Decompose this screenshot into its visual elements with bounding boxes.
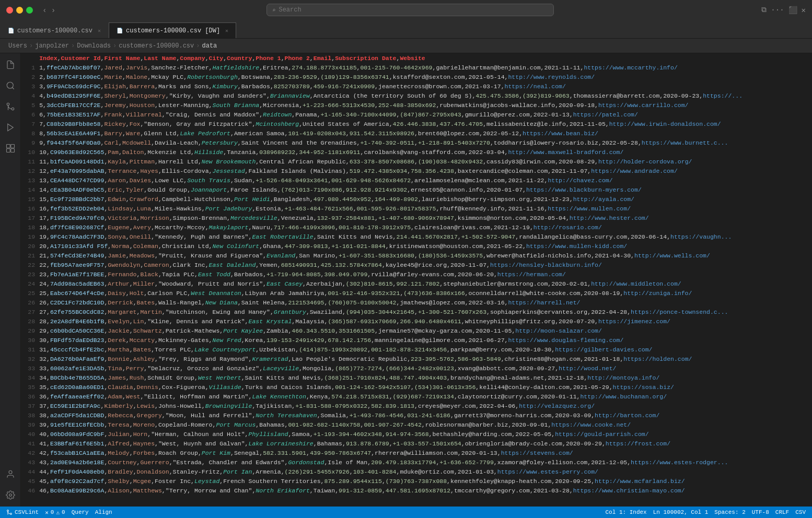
table-row: 4343,2ad0E94a2b6e18E,Courtney,Guerrero,"… <box>21 457 812 467</box>
line-number: 19 <box>21 232 39 241</box>
table-row: 3939,91e5fEE1C8fECbb,Teresa,Moreno,Copel… <box>21 420 812 429</box>
table-row: 99,f9443f5f6AF0Da0,Carl,Mcdowell,Davila-… <box>21 138 812 147</box>
line-number: 39 <box>21 420 39 429</box>
svg-rect-8 <box>10 149 14 152</box>
title-bar: ‹ › ⌕ ⧉ ··· ⬛ ✕ <box>0 0 812 20</box>
status-line-info[interactable]: Ln 100002, Col 1 <box>653 509 709 515</box>
breadcrumb-users[interactable]: Users <box>8 42 27 50</box>
row-data: 31,45cccfCb4FfE2bc,Martha,Bates,Torres P… <box>39 345 812 354</box>
status-branch[interactable]: CSVLint <box>6 509 39 515</box>
row-data: 13,CEA448DC747CD99,Aaron,Davies,Lowe LLC… <box>39 175 812 185</box>
csv-view[interactable]: Index,Customer Id,First Name,Last Name,C… <box>21 53 812 507</box>
table-row: 77,C88b29B8Fbb8e58,Rickey,Fox,"Benson, G… <box>21 119 812 128</box>
table-row: 1313,CEA448DC747CD99,Aaron,Davies,Lowe L… <box>21 175 812 185</box>
line-number: 46 <box>21 486 39 495</box>
tab-1-close[interactable]: ✕ <box>98 28 101 34</box>
status-position[interactable]: Col 1: Index <box>606 509 647 515</box>
line-number: 29 <box>21 326 39 335</box>
breadcrumb-sep-1: › <box>29 42 33 50</box>
table-row: 3434,B0Cbb4e7B655D5A,James,Rush,Schmidt … <box>21 373 812 382</box>
table-row: 4545,af0f8c92C2ad7cf,Shelby,Mcgee,Foster… <box>21 476 812 486</box>
table-row: 11,ffeCAb7AbcB0f07,Jared,Jarvis,Sanchez-… <box>21 63 812 72</box>
breadcrumb-filename[interactable]: customers-100000.csv <box>119 42 194 50</box>
sidebar-icon-debug[interactable] <box>3 120 18 135</box>
tab-1[interactable]: 📄 customers-100000.csv ✕ <box>0 22 109 38</box>
svg-point-2 <box>11 108 14 110</box>
row-data: 29,c6b0bdCA50CC36E,Jackie,Schwartz,Patri… <box>39 326 812 335</box>
line-number: 8 <box>21 128 39 138</box>
line-number: 14 <box>21 185 39 194</box>
status-encoding[interactable]: UTF-8 <box>752 509 769 515</box>
extensions-button[interactable]: ⧉ <box>761 6 767 14</box>
table-row: 3131,45cccfCb4FfE2bc,Martha,Bates,Torres… <box>21 345 812 354</box>
line-number: 9 <box>21 138 39 147</box>
line-number: 33 <box>21 363 39 373</box>
svg-point-9 <box>9 470 12 474</box>
sidebar-icon-account[interactable] <box>3 467 18 481</box>
row-data: 41,E3BBfaF61f6E5b1,Alfred,Haynes,"West, … <box>39 439 812 448</box>
table-row: 4646,Bc08AaE99B29c6A,Alison,Matthews,"Te… <box>21 486 812 495</box>
row-data: 10,C99b63E8d92C565,Pam,Dalton,Mckenzie L… <box>39 147 812 157</box>
svg-rect-6 <box>10 145 14 148</box>
svg-rect-5 <box>6 145 10 148</box>
table-row: Index,Customer Id,First Name,Last Name,C… <box>21 53 812 63</box>
row-data: 44,FefF1F0dA408eb0,Bradley,Donaldson,Sta… <box>39 467 812 476</box>
table-row: 1818,df7fC8E902687Cf,Eugene,Avery,Mccart… <box>21 222 812 232</box>
row-data: 17,F195BCed9A70fc0,Victoria,Morrison,Sim… <box>39 213 812 222</box>
line-number: 44 <box>21 467 39 476</box>
line-number: 6 <box>21 110 39 119</box>
line-number: 27 <box>21 307 39 316</box>
status-line-ending[interactable]: CRLF <box>775 509 789 515</box>
warning-icon: ⚠ <box>56 509 60 516</box>
table-row: 4242,f53cabB1CA1aEEa,Melody,Forbes,Roach… <box>21 448 812 457</box>
row-data: 45,af0f8c92C2ad7cf,Shelby,Mcgee,Foster I… <box>39 476 812 486</box>
line-number: 37 <box>21 401 39 410</box>
status-align[interactable]: Align <box>95 509 112 515</box>
close-button[interactable] <box>6 7 13 14</box>
table-row: 1515,Ec9f728BBdC2bb7,Edwin,Crawford,Camp… <box>21 194 812 204</box>
back-button[interactable]: ‹ <box>41 5 48 15</box>
sidebar-icon-extensions[interactable] <box>3 141 18 156</box>
status-spaces[interactable]: Spaces: 2 <box>714 509 745 515</box>
row-data: 8,56b3cEA1E6A49F1,Barry,Ware,Glenn Ltd,L… <box>39 128 812 138</box>
maximize-button[interactable] <box>26 7 33 14</box>
line-number: 43 <box>21 457 39 467</box>
status-format[interactable]: CSV <box>795 509 806 515</box>
svg-point-3 <box>7 103 9 105</box>
svg-marker-4 <box>7 124 13 131</box>
row-data: 19,9FC4c78AadC7F3D,Sonya,Oneill,"Kennedy… <box>39 232 812 241</box>
svg-line-1 <box>12 87 14 89</box>
search-bar[interactable]: ⌕ <box>266 4 554 16</box>
line-number: 28 <box>21 316 39 326</box>
breadcrumb-downloads[interactable]: Downloads <box>77 42 111 50</box>
split-editor[interactable]: ⬛ <box>788 6 797 15</box>
table-row: 4141,E3BBfaF61f6E5b1,Alfred,Haynes,"West… <box>21 439 812 448</box>
table-row: 3737,EC59E1E2bEFA9c,Kimberly,Lewis,Johns… <box>21 401 812 410</box>
row-data: 20,A17101c33Afd F5f,Norma,Coleman,Christ… <box>39 241 812 251</box>
row-data: 36,feAffaaeaeEff02,Adam,West,"Elliott, H… <box>39 392 812 401</box>
tab-2-close[interactable]: ✕ <box>225 28 228 34</box>
sidebar-icon-search[interactable] <box>3 78 18 93</box>
forward-button[interactable]: › <box>50 5 57 15</box>
table-row: 2828,2e2A8dfB4E6b1fB,Evelyn,Lin,"Kline, … <box>21 316 812 326</box>
table-row: 1212,eF43a70995dabAB,Terrance,Hayes,Elli… <box>21 166 812 175</box>
close-panel[interactable]: ✕ <box>802 6 806 15</box>
sidebar-icon-source-control[interactable] <box>3 99 18 114</box>
csv-table: Index,Customer Id,First Name,Last Name,C… <box>21 53 812 495</box>
table-row: 1717,F195BCed9A70fc0,Victoria,Morrison,S… <box>21 213 812 222</box>
line-number: 2 <box>21 72 39 81</box>
status-query[interactable]: Query <box>72 509 89 515</box>
tab-2[interactable]: 📄 customers-100000.csv [DW] ✕ <box>109 22 236 38</box>
row-data: 27,62fe755BC0CdC82,Margaret,Martin,"Hutc… <box>39 307 812 316</box>
sidebar-icon-files[interactable] <box>3 57 18 72</box>
minimize-button[interactable] <box>16 7 23 14</box>
tab-bar: 📄 customers-100000.csv ✕ 📄 customers-100… <box>0 20 812 39</box>
table-row: 4444,FefF1F0dA408eb0,Bradley,Donaldson,S… <box>21 467 812 476</box>
svg-point-0 <box>7 82 13 88</box>
sidebar-icon-settings[interactable] <box>3 488 18 502</box>
status-errors[interactable]: ✕ 0 ⚠ 0 <box>45 509 65 516</box>
search-input[interactable] <box>279 6 548 14</box>
breadcrumb-janpolzer[interactable]: janpolzer <box>35 42 69 50</box>
more-options[interactable]: ··· <box>771 6 784 14</box>
line-number: 4 <box>21 91 39 100</box>
